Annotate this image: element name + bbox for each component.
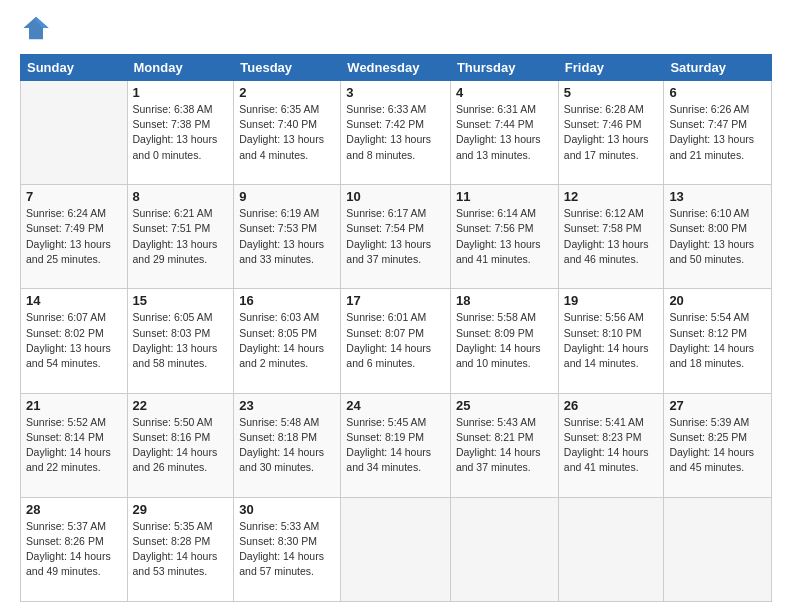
day-info: Sunrise: 6:19 AM Sunset: 7:53 PM Dayligh… xyxy=(239,206,335,267)
day-info: Sunrise: 5:33 AM Sunset: 8:30 PM Dayligh… xyxy=(239,519,335,580)
calendar-cell: 27Sunrise: 5:39 AM Sunset: 8:25 PM Dayli… xyxy=(664,393,772,497)
calendar-cell: 17Sunrise: 6:01 AM Sunset: 8:07 PM Dayli… xyxy=(341,289,451,393)
calendar-cell: 13Sunrise: 6:10 AM Sunset: 8:00 PM Dayli… xyxy=(664,185,772,289)
day-header-sunday: Sunday xyxy=(21,55,128,81)
calendar-cell: 6Sunrise: 6:26 AM Sunset: 7:47 PM Daylig… xyxy=(664,81,772,185)
calendar-cell xyxy=(21,81,128,185)
calendar-cell: 28Sunrise: 5:37 AM Sunset: 8:26 PM Dayli… xyxy=(21,497,128,601)
day-info: Sunrise: 6:12 AM Sunset: 7:58 PM Dayligh… xyxy=(564,206,659,267)
day-header-saturday: Saturday xyxy=(664,55,772,81)
calendar-cell: 10Sunrise: 6:17 AM Sunset: 7:54 PM Dayli… xyxy=(341,185,451,289)
day-number: 16 xyxy=(239,293,335,308)
day-info: Sunrise: 6:35 AM Sunset: 7:40 PM Dayligh… xyxy=(239,102,335,163)
calendar-cell: 20Sunrise: 5:54 AM Sunset: 8:12 PM Dayli… xyxy=(664,289,772,393)
day-number: 21 xyxy=(26,398,122,413)
day-info: Sunrise: 6:07 AM Sunset: 8:02 PM Dayligh… xyxy=(26,310,122,371)
day-info: Sunrise: 5:45 AM Sunset: 8:19 PM Dayligh… xyxy=(346,415,445,476)
calendar-cell: 24Sunrise: 5:45 AM Sunset: 8:19 PM Dayli… xyxy=(341,393,451,497)
day-number: 17 xyxy=(346,293,445,308)
day-number: 8 xyxy=(133,189,229,204)
day-info: Sunrise: 6:03 AM Sunset: 8:05 PM Dayligh… xyxy=(239,310,335,371)
calendar-cell: 5Sunrise: 6:28 AM Sunset: 7:46 PM Daylig… xyxy=(558,81,664,185)
day-number: 2 xyxy=(239,85,335,100)
day-number: 14 xyxy=(26,293,122,308)
day-header-tuesday: Tuesday xyxy=(234,55,341,81)
day-number: 19 xyxy=(564,293,659,308)
calendar-cell: 25Sunrise: 5:43 AM Sunset: 8:21 PM Dayli… xyxy=(450,393,558,497)
day-number: 27 xyxy=(669,398,766,413)
day-info: Sunrise: 6:14 AM Sunset: 7:56 PM Dayligh… xyxy=(456,206,553,267)
calendar-week-row: 7Sunrise: 6:24 AM Sunset: 7:49 PM Daylig… xyxy=(21,185,772,289)
day-number: 25 xyxy=(456,398,553,413)
day-info: Sunrise: 5:58 AM Sunset: 8:09 PM Dayligh… xyxy=(456,310,553,371)
calendar-cell xyxy=(341,497,451,601)
day-header-monday: Monday xyxy=(127,55,234,81)
day-number: 30 xyxy=(239,502,335,517)
day-info: Sunrise: 6:33 AM Sunset: 7:42 PM Dayligh… xyxy=(346,102,445,163)
calendar-cell: 7Sunrise: 6:24 AM Sunset: 7:49 PM Daylig… xyxy=(21,185,128,289)
day-info: Sunrise: 5:37 AM Sunset: 8:26 PM Dayligh… xyxy=(26,519,122,580)
logo-icon xyxy=(22,14,50,42)
day-info: Sunrise: 5:43 AM Sunset: 8:21 PM Dayligh… xyxy=(456,415,553,476)
day-header-wednesday: Wednesday xyxy=(341,55,451,81)
calendar-cell: 30Sunrise: 5:33 AM Sunset: 8:30 PM Dayli… xyxy=(234,497,341,601)
day-info: Sunrise: 5:39 AM Sunset: 8:25 PM Dayligh… xyxy=(669,415,766,476)
day-info: Sunrise: 6:31 AM Sunset: 7:44 PM Dayligh… xyxy=(456,102,553,163)
calendar-cell xyxy=(558,497,664,601)
day-info: Sunrise: 5:48 AM Sunset: 8:18 PM Dayligh… xyxy=(239,415,335,476)
day-number: 29 xyxy=(133,502,229,517)
day-number: 18 xyxy=(456,293,553,308)
calendar-cell: 15Sunrise: 6:05 AM Sunset: 8:03 PM Dayli… xyxy=(127,289,234,393)
day-info: Sunrise: 5:35 AM Sunset: 8:28 PM Dayligh… xyxy=(133,519,229,580)
day-number: 28 xyxy=(26,502,122,517)
calendar-cell: 8Sunrise: 6:21 AM Sunset: 7:51 PM Daylig… xyxy=(127,185,234,289)
day-number: 23 xyxy=(239,398,335,413)
day-number: 22 xyxy=(133,398,229,413)
calendar-week-row: 28Sunrise: 5:37 AM Sunset: 8:26 PM Dayli… xyxy=(21,497,772,601)
day-info: Sunrise: 6:10 AM Sunset: 8:00 PM Dayligh… xyxy=(669,206,766,267)
calendar-cell: 14Sunrise: 6:07 AM Sunset: 8:02 PM Dayli… xyxy=(21,289,128,393)
calendar-cell: 3Sunrise: 6:33 AM Sunset: 7:42 PM Daylig… xyxy=(341,81,451,185)
day-info: Sunrise: 6:05 AM Sunset: 8:03 PM Dayligh… xyxy=(133,310,229,371)
calendar-cell: 9Sunrise: 6:19 AM Sunset: 7:53 PM Daylig… xyxy=(234,185,341,289)
day-info: Sunrise: 6:01 AM Sunset: 8:07 PM Dayligh… xyxy=(346,310,445,371)
day-number: 15 xyxy=(133,293,229,308)
day-number: 1 xyxy=(133,85,229,100)
day-info: Sunrise: 6:21 AM Sunset: 7:51 PM Dayligh… xyxy=(133,206,229,267)
calendar-cell: 18Sunrise: 5:58 AM Sunset: 8:09 PM Dayli… xyxy=(450,289,558,393)
header xyxy=(20,18,772,46)
calendar-cell xyxy=(450,497,558,601)
day-number: 20 xyxy=(669,293,766,308)
day-number: 7 xyxy=(26,189,122,204)
day-info: Sunrise: 5:52 AM Sunset: 8:14 PM Dayligh… xyxy=(26,415,122,476)
calendar-cell: 29Sunrise: 5:35 AM Sunset: 8:28 PM Dayli… xyxy=(127,497,234,601)
day-number: 13 xyxy=(669,189,766,204)
day-info: Sunrise: 5:50 AM Sunset: 8:16 PM Dayligh… xyxy=(133,415,229,476)
day-number: 10 xyxy=(346,189,445,204)
calendar-cell: 12Sunrise: 6:12 AM Sunset: 7:58 PM Dayli… xyxy=(558,185,664,289)
day-header-thursday: Thursday xyxy=(450,55,558,81)
day-number: 4 xyxy=(456,85,553,100)
calendar-cell: 26Sunrise: 5:41 AM Sunset: 8:23 PM Dayli… xyxy=(558,393,664,497)
calendar-cell: 21Sunrise: 5:52 AM Sunset: 8:14 PM Dayli… xyxy=(21,393,128,497)
calendar-cell: 16Sunrise: 6:03 AM Sunset: 8:05 PM Dayli… xyxy=(234,289,341,393)
day-info: Sunrise: 6:26 AM Sunset: 7:47 PM Dayligh… xyxy=(669,102,766,163)
day-number: 9 xyxy=(239,189,335,204)
day-number: 12 xyxy=(564,189,659,204)
calendar-week-row: 14Sunrise: 6:07 AM Sunset: 8:02 PM Dayli… xyxy=(21,289,772,393)
page: SundayMondayTuesdayWednesdayThursdayFrid… xyxy=(0,0,792,612)
calendar-cell: 23Sunrise: 5:48 AM Sunset: 8:18 PM Dayli… xyxy=(234,393,341,497)
calendar-week-row: 21Sunrise: 5:52 AM Sunset: 8:14 PM Dayli… xyxy=(21,393,772,497)
day-number: 26 xyxy=(564,398,659,413)
calendar-cell: 2Sunrise: 6:35 AM Sunset: 7:40 PM Daylig… xyxy=(234,81,341,185)
day-header-friday: Friday xyxy=(558,55,664,81)
day-info: Sunrise: 5:56 AM Sunset: 8:10 PM Dayligh… xyxy=(564,310,659,371)
calendar-cell: 19Sunrise: 5:56 AM Sunset: 8:10 PM Dayli… xyxy=(558,289,664,393)
day-number: 11 xyxy=(456,189,553,204)
day-info: Sunrise: 5:54 AM Sunset: 8:12 PM Dayligh… xyxy=(669,310,766,371)
calendar-cell: 4Sunrise: 6:31 AM Sunset: 7:44 PM Daylig… xyxy=(450,81,558,185)
day-info: Sunrise: 6:38 AM Sunset: 7:38 PM Dayligh… xyxy=(133,102,229,163)
day-info: Sunrise: 6:28 AM Sunset: 7:46 PM Dayligh… xyxy=(564,102,659,163)
day-number: 6 xyxy=(669,85,766,100)
day-number: 3 xyxy=(346,85,445,100)
